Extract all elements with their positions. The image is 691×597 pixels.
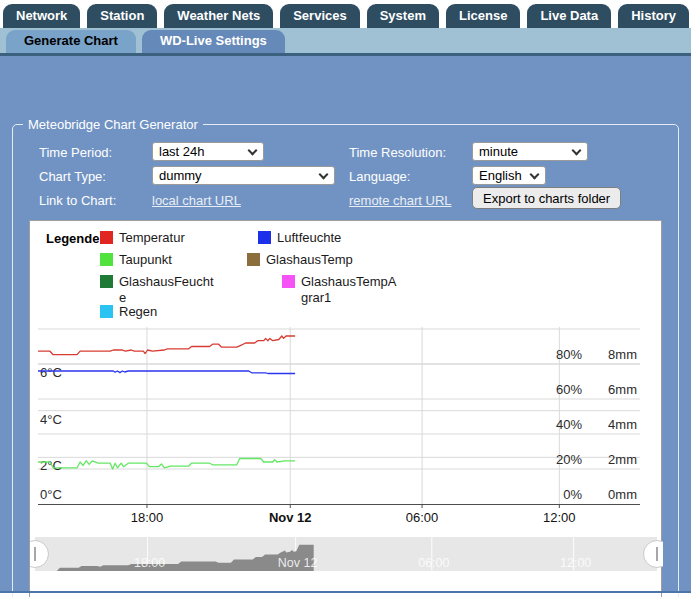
tab-history[interactable]: History [618,4,689,28]
remote-chart-url-link[interactable]: remote chart URL [349,193,452,208]
language-select[interactable]: English [472,166,546,185]
tab-network[interactable]: Network [3,4,80,28]
chart-canvas: 6°C4°C2°C0°C80%60%40%20%0%8mm6mm4mm2mm0m… [30,321,663,529]
time-period-select[interactable]: last 24h [152,142,264,161]
bottom-divider [0,591,691,593]
legend-label: GlashausTemp [266,252,353,268]
svg-text:06:00: 06:00 [418,556,449,570]
tab-live-data[interactable]: Live Data [527,4,611,28]
legend-swatch-luftfeuchte [258,231,271,244]
time-resolution-select[interactable]: minute [472,142,588,161]
chevron-down-icon [572,145,582,155]
svg-text:0mm: 0mm [608,487,637,502]
svg-text:0°C: 0°C [40,487,62,502]
svg-text:18:00: 18:00 [134,556,165,570]
subtab-wd-live-settings[interactable]: WD-Live Settings [142,30,285,53]
chevron-down-icon [248,145,258,155]
chevron-down-icon [530,169,540,179]
series-luftfeuchte [38,371,295,374]
svg-text:18:00: 18:00 [131,510,164,525]
language-value: English [479,168,522,183]
content-area: Meteobridge Chart Generator Time Period:… [0,56,691,591]
chart-type-label: Chart Type: [39,169,106,184]
svg-text:40%: 40% [556,417,582,432]
legend-item-taupunkt: Taupunkt [100,252,172,268]
chart-plot[interactable]: 6°C4°C2°C0°C80%60%40%20%0%8mm6mm4mm2mm0m… [30,321,663,529]
sub-tab-bar: Generate Chart WD-Live Settings [0,28,691,56]
app-window: Network Station Weather Nets Services Sy… [0,0,691,597]
tab-system[interactable]: System [367,4,439,28]
svg-text:2mm: 2mm [608,452,637,467]
tab-weather-nets[interactable]: Weather Nets [164,4,273,28]
svg-text:0%: 0% [563,487,582,502]
chart-panel: Legende Temperatur Luftfeuchte Taupunkt [29,220,662,597]
legend-swatch-glashausfeuchte [100,275,113,288]
legend-swatch-taupunkt [100,253,113,266]
time-resolution-value: minute [479,144,518,159]
time-period-value: last 24h [159,144,205,159]
language-label: Language: [349,169,410,184]
legend-swatch-glashaustemp [247,253,260,266]
series-taupunkt [38,459,295,470]
legend-swatch-glashaustempagrar1 [282,275,295,288]
chart-type-value: dummy [159,168,202,183]
subtab-generate-chart[interactable]: Generate Chart [6,30,136,53]
link-to-chart-label: Link to Chart: [39,193,116,208]
legend-label: Taupunkt [119,252,172,268]
legend-item-glashausfeuchte: GlashausFeuchte [100,274,215,306]
legend-item-temperatur: Temperatur [100,230,185,246]
legend-item-glashaustempagrar1: GlashausTempAgrar1 [282,274,397,306]
tab-license[interactable]: License [446,4,520,28]
chart-generator-fieldset: Meteobridge Chart Generator Time Period:… [12,124,679,597]
legend-item-regen: Regen [100,304,157,320]
svg-text:4mm: 4mm [608,417,637,432]
legend-label: Luftfeuchte [277,230,341,246]
svg-text:6°C: 6°C [40,365,62,380]
svg-text:8mm: 8mm [608,347,637,362]
legend-label: GlashausTempAgrar1 [301,274,397,306]
legend-item-glashaustemp: GlashausTemp [247,252,353,268]
svg-text:60%: 60% [556,382,582,397]
legend-label: Temperatur [119,230,185,246]
svg-text:20%: 20% [556,452,582,467]
svg-text:12:00: 12:00 [543,510,576,525]
svg-text:2°C: 2°C [40,458,62,473]
tab-station[interactable]: Station [87,4,157,28]
fieldset-title: Meteobridge Chart Generator [23,117,203,132]
legend-label: GlashausFeuchte [119,274,215,306]
svg-text:Nov 12: Nov 12 [278,556,318,570]
main-tab-bar: Network Station Weather Nets Services Sy… [0,0,691,28]
chart-type-select[interactable]: dummy [152,166,335,185]
legend-title: Legende [46,231,99,246]
svg-text:80%: 80% [556,347,582,362]
chart-legend: Legende Temperatur Luftfeuchte Taupunkt [30,221,663,321]
navigator-canvas: 18:00Nov 1206:0012:00 [30,529,663,575]
export-to-charts-folder-button[interactable]: Export to charts folder [472,187,621,209]
time-resolution-label: Time Resolution: [349,145,446,160]
legend-item-luftfeuchte: Luftfeuchte [258,230,341,246]
legend-swatch-temperatur [100,231,113,244]
svg-text:12:00: 12:00 [560,556,591,570]
tab-services[interactable]: Services [280,4,360,28]
time-period-label: Time Period: [39,145,112,160]
series-temperatur [38,336,295,355]
legend-label: Regen [119,304,157,320]
svg-text:4°C: 4°C [40,412,62,427]
chevron-down-icon [319,169,329,179]
svg-text:Nov 12: Nov 12 [269,510,312,525]
svg-text:6mm: 6mm [608,382,637,397]
legend-swatch-regen [100,305,113,318]
chart-range-navigator[interactable]: 18:00Nov 1206:0012:00 [30,529,663,575]
svg-text:06:00: 06:00 [406,510,439,525]
local-chart-url-link[interactable]: local chart URL [152,193,241,208]
